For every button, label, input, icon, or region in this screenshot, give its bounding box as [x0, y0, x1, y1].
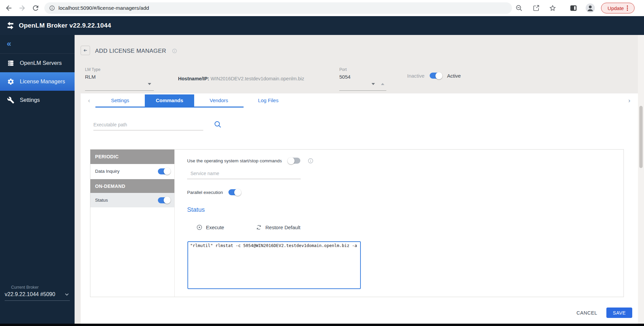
back-button[interactable] — [81, 46, 90, 55]
command-label: Data Inquiry — [95, 169, 120, 174]
restore-default-button[interactable]: Restore Default — [256, 224, 300, 231]
port-increment-icon[interactable] — [381, 83, 384, 85]
active-toggle[interactable] — [430, 73, 442, 79]
parallel-execution-label: Parallel execution — [187, 190, 223, 195]
tab-indicator — [95, 107, 244, 108]
executable-path-input[interactable] — [93, 119, 203, 130]
lm-type-select[interactable]: LM Type RLM — [85, 67, 154, 91]
commands-panel: PERIODIC Data Inquiry ON-DEMAND Status U… — [90, 149, 624, 297]
status-toggle[interactable] — [158, 197, 170, 203]
parallel-execution-control: Parallel execution — [187, 189, 241, 195]
os-commands-label: Use the operating system start/stop comm… — [187, 158, 282, 163]
port-label: Port — [339, 67, 386, 72]
hostname-label: Hostname/IP: — [178, 76, 209, 81]
split-screen-icon[interactable] — [569, 4, 578, 12]
execute-button[interactable]: Execute — [196, 224, 224, 231]
os-commands-info-icon[interactable] — [308, 158, 313, 164]
periodic-header: PERIODIC — [90, 150, 174, 164]
gear-icon — [7, 78, 14, 85]
command-row-status[interactable]: Status — [90, 193, 174, 207]
active-state-control: Inactive Active — [407, 73, 461, 79]
active-label: Active — [447, 73, 461, 79]
execute-label: Execute — [206, 225, 224, 230]
command-list: PERIODIC Data Inquiry ON-DEMAND Status — [90, 150, 175, 297]
current-broker-select[interactable]: Current Broker v22.9.22.1044 #5090 — [5, 285, 70, 301]
app-header: OpenLM Broker v22.9.22.1044 — [0, 16, 644, 35]
os-commands-control: Use the operating system start/stop comm… — [187, 158, 313, 164]
current-broker-value: v22.9.22.1044 #5090 — [5, 291, 55, 297]
page-scrollbar[interactable] — [638, 35, 644, 324]
os-commands-toggle[interactable] — [288, 158, 300, 164]
tab-settings[interactable]: Settings — [95, 94, 145, 107]
address-bar[interactable]: localhost:5090/#/license-managers/add — [44, 2, 512, 14]
sidebar-item-label: Settings — [20, 97, 40, 103]
tab-vendors[interactable]: Vendors — [194, 94, 244, 107]
sidebar-item-openlm-servers[interactable]: OpenLM Servers — [0, 54, 75, 72]
port-field[interactable]: Port 5054 — [339, 67, 386, 91]
browser-menu-icon[interactable] — [627, 5, 628, 11]
lm-detail-card: ‹ Settings Commands Vendors Log Files › … — [81, 93, 638, 324]
restore-default-label: Restore Default — [265, 225, 300, 230]
sidebar-item-label: License Managers — [20, 78, 65, 85]
sidebar-collapse-button[interactable]: « — [0, 35, 75, 54]
zoom-out-icon[interactable] — [515, 4, 523, 12]
update-label: Update — [608, 5, 624, 11]
app-title: OpenLM Broker v22.9.22.1044 — [19, 16, 111, 35]
browser-update-button[interactable]: Update — [601, 3, 635, 13]
page-title: ADD LICENSE MANAGER — [95, 48, 166, 54]
search-icon[interactable] — [214, 120, 222, 128]
command-row-data-inquiry[interactable]: Data Inquiry — [90, 164, 174, 178]
status-section-title: Status — [187, 206, 205, 213]
tabs-scroll-left-icon[interactable]: ‹ — [88, 97, 90, 104]
tab-log-files[interactable]: Log Files — [244, 94, 293, 107]
chevron-down-icon — [64, 291, 70, 297]
url-text[interactable]: localhost:5090/#/license-managers/add — [58, 5, 149, 11]
tab-commands[interactable]: Commands — [145, 94, 194, 107]
restore-icon — [256, 224, 262, 231]
browser-toolbar: localhost:5090/#/license-managers/add Up… — [0, 0, 644, 16]
bottom-edge — [0, 324, 644, 326]
tools-icon — [7, 96, 14, 104]
main-content: ADD LICENSE MANAGER LM Type RLM Hostname… — [75, 35, 644, 324]
tabs-scroll-right-icon[interactable]: › — [628, 97, 630, 104]
servers-icon — [7, 59, 14, 67]
data-inquiry-toggle[interactable] — [158, 168, 170, 174]
inactive-label: Inactive — [407, 73, 425, 79]
service-name-input[interactable] — [187, 168, 301, 179]
profile-avatar[interactable] — [585, 3, 595, 13]
cancel-button[interactable]: CANCEL — [572, 308, 602, 318]
play-circle-icon — [196, 224, 203, 231]
parallel-execution-toggle[interactable] — [228, 189, 241, 195]
sidebar-item-license-managers[interactable]: License Managers — [0, 72, 75, 91]
lm-type-value: RLM — [85, 74, 154, 80]
port-decrement-icon[interactable] — [372, 83, 375, 85]
title-info-icon[interactable] — [172, 48, 177, 53]
status-command-textarea[interactable]: "rlmutil" rlmstat -c 5054@WIN2016DEV2.te… — [187, 241, 361, 289]
sidebar: « OpenLM Servers License Managers Settin… — [0, 35, 75, 324]
current-broker-label: Current Broker — [5, 285, 70, 290]
bookmark-star-icon[interactable] — [549, 4, 557, 12]
sidebar-item-settings[interactable]: Settings — [0, 91, 75, 109]
forward-icon[interactable] — [18, 4, 26, 12]
openlm-logo-icon — [6, 21, 15, 30]
sidebar-item-label: OpenLM Servers — [20, 60, 62, 66]
save-button[interactable]: SAVE — [606, 308, 632, 318]
refresh-icon[interactable] — [32, 4, 40, 12]
on-demand-header: ON-DEMAND — [90, 178, 174, 193]
site-info-icon[interactable] — [49, 5, 55, 11]
lm-type-label: LM Type — [85, 67, 154, 72]
hostname-display: Hostname/IP: WIN2016DEV2.testdev1domain.… — [178, 76, 304, 81]
command-label: Status — [95, 198, 108, 203]
back-icon[interactable] — [5, 4, 13, 12]
dropdown-caret-icon — [148, 83, 151, 85]
scrollbar-thumb[interactable] — [639, 106, 643, 168]
hostname-value: WIN2016DEV2.testdev1domain.openlm.biz — [209, 76, 304, 81]
screen: localhost:5090/#/license-managers/add Up… — [0, 0, 644, 326]
port-value: 5054 — [339, 74, 386, 80]
collapse-icon: « — [7, 39, 11, 48]
share-icon[interactable] — [532, 4, 540, 12]
back-arrow-icon — [83, 48, 88, 53]
